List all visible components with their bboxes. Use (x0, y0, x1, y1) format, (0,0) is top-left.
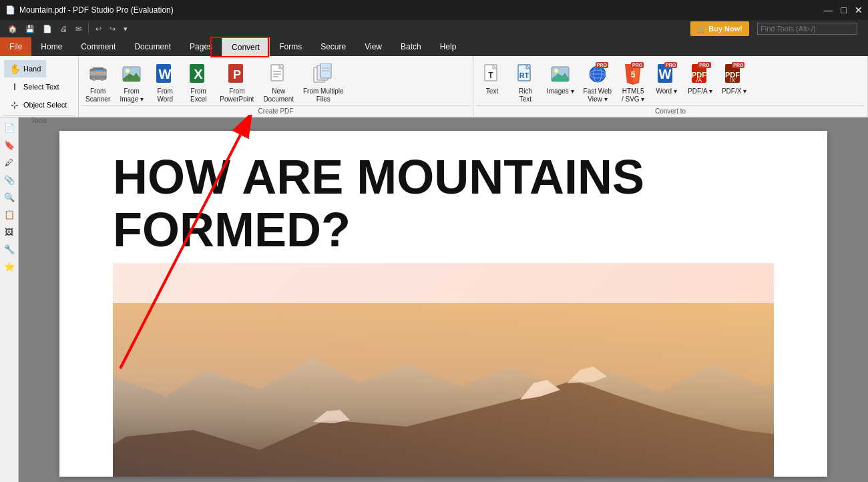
qa-save-button[interactable]: 💾 (23, 23, 37, 35)
tool-object-select[interactable]: ⊹ Object Select (4, 96, 72, 113)
qa-redo-button[interactable]: ↪ (107, 23, 118, 35)
app-title: Mountain.pdf - PDF Studio Pro (Evaluatio… (19, 5, 174, 15)
svg-rect-35 (552, 79, 569, 81)
btn-from-excel[interactable]: X FromExcel (182, 60, 214, 105)
html5-svg-label: HTML5/ SVG ▾ (622, 87, 644, 103)
btn-from-multiple[interactable]: From MultipleFiles (299, 60, 348, 105)
document-heading: HOW ARE MOUNTAINS FORMED? (113, 151, 801, 256)
sidebar-bookmark-icon[interactable]: 🔖 (2, 138, 17, 152)
ribbon-convert-to-group: T Text RT (473, 56, 868, 117)
object-select-icon: ⊹ (9, 99, 20, 110)
menu-help[interactable]: Help (431, 37, 466, 56)
from-powerpoint-icon: P (226, 62, 248, 86)
qa-email-button[interactable]: ✉ (73, 23, 84, 35)
buy-now-label: 🛒 Buy Now! (697, 25, 742, 33)
svg-rect-9 (123, 79, 140, 81)
menu-document[interactable]: Document (125, 37, 180, 56)
close-button[interactable]: ✕ (855, 5, 863, 15)
btn-from-powerpoint[interactable]: P FromPowerPoint (216, 60, 258, 105)
menu-file[interactable]: File (0, 37, 31, 56)
document-area: HOW ARE MOUNTAINS FORMED? (19, 117, 868, 482)
pdfx-icon: PRO PDF /X (723, 62, 744, 86)
menu-forms[interactable]: Forms (270, 37, 311, 56)
sidebar-tools-icon[interactable]: 🔧 (2, 242, 17, 256)
sidebar-image-icon[interactable]: 🖼 (2, 224, 17, 239)
btn-pdfa[interactable]: PRO PDF /A PDF/A ▾ (684, 60, 716, 105)
sidebar-attachment-icon[interactable]: 📎 (2, 172, 17, 187)
from-multiple-label: From MultipleFiles (303, 87, 344, 103)
from-excel-icon: X (188, 62, 209, 86)
btn-from-scanner[interactable]: FromScanner (81, 60, 114, 105)
btn-html5-svg[interactable]: PRO 5 HTML5/ SVG ▾ (617, 60, 649, 105)
from-scanner-label: FromScanner (85, 87, 110, 103)
menu-view[interactable]: View (355, 37, 391, 56)
html5-icon: PRO 5 (622, 62, 644, 86)
page-title-area: HOW ARE MOUNTAINS FORMED? (59, 131, 827, 263)
sidebar-search-icon[interactable]: 🔍 (2, 190, 17, 204)
ribbon-tools-group: ✋ Hand Ⅰ Select Text ⊹ Object Select Too… (0, 56, 79, 117)
svg-text:T: T (488, 71, 493, 80)
svg-point-7 (126, 69, 130, 73)
qa-dropdown-button[interactable]: ▾ (121, 23, 130, 35)
btn-images[interactable]: Images ▾ (543, 60, 578, 105)
qa-print-button[interactable]: 🖨 (57, 23, 70, 34)
btn-rich-text[interactable]: RT RichText (509, 60, 541, 105)
qa-undo-button[interactable]: ↩ (93, 23, 104, 35)
tool-hand-label: Hand (23, 65, 41, 73)
from-image-label: FromImage ▾ (120, 87, 144, 103)
tool-hand[interactable]: ✋ Hand (4, 60, 46, 77)
from-multiple-icon (312, 62, 334, 86)
create-pdf-group-label: Create PDF (81, 105, 470, 117)
svg-text:/X: /X (730, 77, 736, 83)
ribbon-create-pdf-group: FromScanner FromImage ▾ (79, 56, 473, 117)
tools-group-label: Tools (3, 115, 75, 126)
menu-comment[interactable]: Comment (71, 37, 125, 56)
images-icon (550, 62, 571, 86)
btn-fast-web-view[interactable]: PRO Fast WebView ▾ (580, 60, 616, 105)
intro-block (113, 263, 774, 303)
buy-now-button[interactable]: 🛒 Buy Now! (690, 21, 749, 36)
menu-home[interactable]: Home (31, 37, 71, 56)
menu-batch[interactable]: Batch (391, 37, 431, 56)
sidebar-clipboard-icon[interactable]: 📋 (2, 207, 17, 222)
fast-web-view-icon: PRO (587, 62, 608, 86)
svg-point-33 (554, 69, 558, 73)
fast-web-view-label: Fast WebView ▾ (584, 87, 612, 103)
convert-text-label: Text (486, 87, 498, 95)
window-controls[interactable]: — □ ✕ (824, 5, 863, 15)
svg-text:P: P (233, 68, 241, 81)
btn-from-word[interactable]: W FromWord (149, 60, 181, 105)
left-sidebar: 📄 🔖 🖊 📎 🔍 📋 🖼 🔧 ⭐ (0, 117, 19, 482)
btn-convert-text[interactable]: T Text (476, 60, 508, 105)
svg-text:X: X (194, 67, 204, 81)
maximize-button[interactable]: □ (841, 5, 847, 15)
from-excel-label: FromExcel (190, 87, 206, 103)
title-bar-left: 📄 Mountain.pdf - PDF Studio Pro (Evaluat… (5, 5, 174, 15)
menu-secure[interactable]: Secure (311, 37, 355, 56)
btn-from-image[interactable]: FromImage ▾ (116, 60, 148, 105)
menu-convert[interactable]: Convert (222, 37, 270, 56)
app-icon: 📄 (5, 5, 15, 15)
qa-separator-1 (88, 23, 89, 34)
menu-pages[interactable]: Pages (180, 37, 222, 56)
tool-select-text[interactable]: Ⅰ Select Text (4, 78, 65, 95)
btn-new-document[interactable]: NewDocument (259, 60, 298, 105)
svg-rect-3 (95, 70, 101, 71)
new-document-icon (268, 62, 289, 86)
qa-home-button[interactable]: 🏠 (5, 23, 20, 35)
svg-rect-2 (93, 67, 103, 70)
sidebar-star-icon[interactable]: ⭐ (2, 259, 17, 274)
find-tools-area: 🛒 Buy Now! (690, 21, 863, 36)
qa-new-button[interactable]: 📄 (40, 23, 55, 35)
images-label: Images ▾ (547, 87, 574, 95)
rich-text-label: RichText (519, 87, 532, 103)
minimize-button[interactable]: — (824, 5, 833, 15)
convert-to-group-label: Convert to (476, 105, 865, 117)
btn-pdfx[interactable]: PRO PDF /X PDF/X ▾ (718, 60, 750, 105)
find-tools-input[interactable] (757, 23, 857, 35)
btn-word-convert[interactable]: PRO W Word ▾ (650, 60, 682, 105)
convert-text-icon: T (481, 62, 503, 86)
sidebar-annotation-icon[interactable]: 🖊 (2, 155, 17, 170)
from-scanner-icon (87, 62, 109, 86)
mountain-image (113, 303, 774, 477)
